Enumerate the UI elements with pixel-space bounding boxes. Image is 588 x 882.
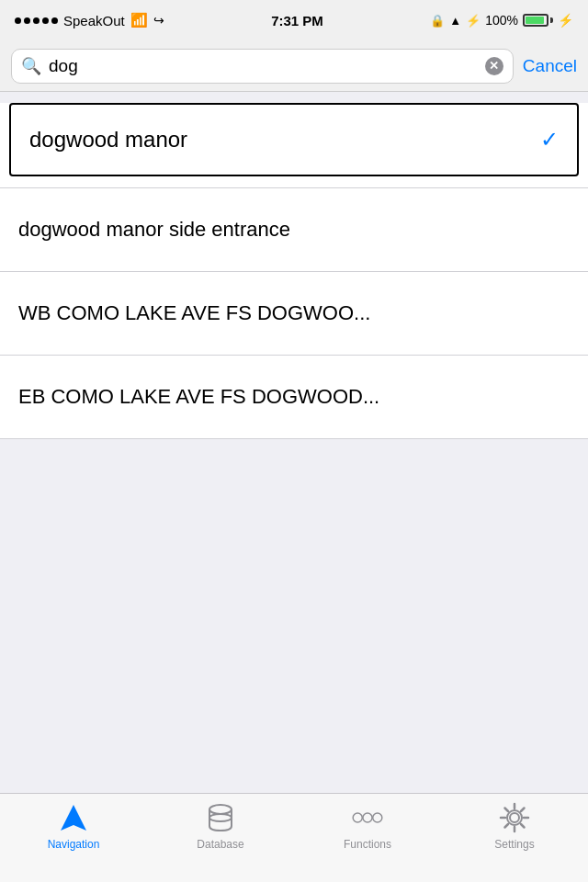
svg-point-4 (363, 813, 372, 822)
svg-point-5 (373, 813, 382, 822)
result-selected-item[interactable]: dogwood manor ✓ (9, 103, 579, 176)
results-area: dogwood manor ✓ dogwood manor side entra… (0, 103, 588, 804)
cancel-button[interactable]: Cancel (523, 56, 577, 76)
battery-indicator (523, 14, 553, 27)
tab-database[interactable]: Database (147, 801, 294, 851)
status-bar: SpeakOut 📶 ↪ 7:31 PM 🔒 ▲ ⚡ 100% ⚡ (0, 0, 588, 40)
search-input-container[interactable]: 🔍 ✕ (11, 49, 514, 84)
battery-label: 100% (485, 13, 518, 28)
tab-functions[interactable]: Functions (294, 801, 441, 851)
checkmark-icon: ✓ (540, 127, 559, 153)
search-icon: 🔍 (21, 56, 41, 76)
carrier-label: SpeakOut (63, 13, 125, 28)
tab-settings[interactable]: Settings (441, 801, 588, 851)
divider-4 (0, 438, 588, 439)
svg-point-6 (510, 813, 519, 822)
lock-icon: 🔒 (430, 14, 445, 28)
result-text: WB COMO LAKE AVE FS DOGWOO... (18, 301, 370, 325)
wifi-icon: 📶 (130, 12, 148, 28)
settings-icon (498, 801, 531, 834)
results-list: dogwood manor ✓ dogwood manor side entra… (0, 103, 588, 439)
status-left: SpeakOut 📶 ↪ (15, 12, 164, 28)
signal-dots (15, 17, 58, 24)
result-text: EB COMO LAKE AVE FS DOGWOOD... (18, 385, 379, 409)
navigation-icon (57, 801, 90, 834)
tab-navigation-label: Navigation (48, 838, 100, 851)
location-icon: ▲ (449, 14, 461, 28)
clear-button[interactable]: ✕ (485, 57, 503, 75)
database-icon (204, 801, 237, 834)
tab-database-label: Database (197, 838, 243, 851)
list-item[interactable]: EB COMO LAKE AVE FS DOGWOOD... (0, 356, 588, 438)
svg-point-2 (209, 814, 232, 821)
svg-point-1 (209, 805, 232, 814)
list-item[interactable]: WB COMO LAKE AVE FS DOGWOO... (0, 272, 588, 355)
bluetooth-icon: ⚡ (466, 14, 481, 28)
svg-marker-0 (61, 805, 86, 831)
tab-settings-label: Settings (494, 838, 534, 851)
charging-icon: ⚡ (558, 13, 573, 28)
functions-icon (351, 801, 384, 834)
status-time: 7:31 PM (271, 13, 323, 28)
tab-functions-label: Functions (344, 838, 391, 851)
result-text: dogwood manor side entrance (18, 218, 290, 242)
list-item[interactable]: dogwood manor side entrance (0, 188, 588, 271)
search-bar: 🔍 ✕ Cancel (0, 40, 588, 92)
search-input[interactable] (49, 56, 478, 76)
call-icon: ↪ (153, 13, 164, 28)
status-right: 🔒 ▲ ⚡ 100% ⚡ (430, 13, 573, 28)
result-text-selected: dogwood manor (29, 127, 187, 153)
tab-bar: Navigation Database Functions (0, 793, 588, 882)
svg-point-3 (353, 813, 362, 822)
tab-navigation[interactable]: Navigation (0, 801, 147, 851)
